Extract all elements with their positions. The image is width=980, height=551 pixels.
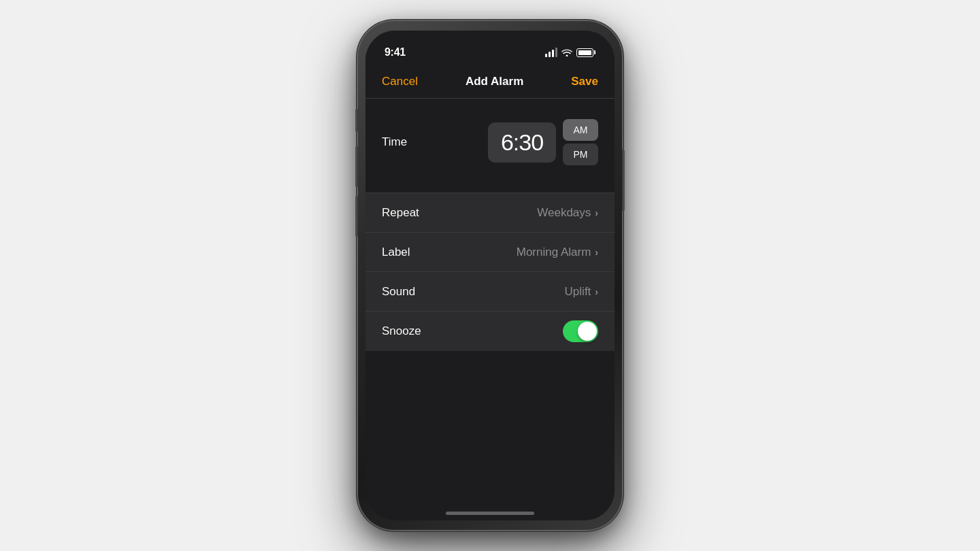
snooze-right <box>563 320 598 342</box>
sound-label: Sound <box>382 285 415 299</box>
snooze-row[interactable]: Snooze <box>365 312 615 351</box>
volume-up-button[interactable] <box>355 146 358 187</box>
mute-button[interactable] <box>355 109 358 132</box>
time-label: Time <box>382 135 407 149</box>
label-chevron-icon: › <box>595 247 598 258</box>
phone-frame: 9:41 <box>357 20 623 531</box>
repeat-value: Weekdays <box>537 206 591 220</box>
repeat-right: Weekdays › <box>537 206 598 220</box>
label-row[interactable]: Label Morning Alarm › <box>365 233 615 272</box>
time-controls: 6:30 AM PM <box>488 119 598 165</box>
content-area: Time 6:30 AM PM Repeat Weekdays › <box>365 99 615 351</box>
volume-down-button[interactable] <box>355 196 358 237</box>
status-bar: 9:41 <box>365 31 615 65</box>
settings-list: Repeat Weekdays › Label Morning Alarm › <box>365 193 615 351</box>
cancel-button[interactable]: Cancel <box>382 75 418 88</box>
sound-value: Uplift <box>565 285 591 299</box>
label-label: Label <box>382 246 410 259</box>
snooze-label: Snooze <box>382 324 421 338</box>
snooze-toggle[interactable] <box>563 320 598 342</box>
page-title: Add Alarm <box>466 75 523 88</box>
ampm-group: AM PM <box>563 119 598 165</box>
power-button[interactable] <box>622 150 625 211</box>
time-section: Time 6:30 AM PM <box>365 99 615 186</box>
sound-right: Uplift › <box>565 285 598 299</box>
time-display[interactable]: 6:30 <box>488 122 556 163</box>
wifi-icon <box>561 48 572 56</box>
battery-icon <box>576 48 595 57</box>
status-icons <box>545 48 595 57</box>
repeat-chevron-icon: › <box>595 207 598 218</box>
repeat-label: Repeat <box>382 206 419 220</box>
phone-screen: 9:41 <box>365 31 615 520</box>
save-button[interactable]: Save <box>571 75 598 88</box>
status-time: 9:41 <box>385 46 406 59</box>
sound-row[interactable]: Sound Uplift › <box>365 272 615 312</box>
label-right: Morning Alarm › <box>517 246 598 259</box>
navigation-bar: Cancel Add Alarm Save <box>365 65 615 99</box>
repeat-row[interactable]: Repeat Weekdays › <box>365 193 615 233</box>
label-value: Morning Alarm <box>517 246 591 259</box>
signal-icon <box>545 48 557 57</box>
home-indicator <box>446 512 534 515</box>
toggle-knob <box>578 322 597 341</box>
am-button[interactable]: AM <box>563 119 598 141</box>
pm-button[interactable]: PM <box>563 144 598 165</box>
sound-chevron-icon: › <box>595 286 598 297</box>
